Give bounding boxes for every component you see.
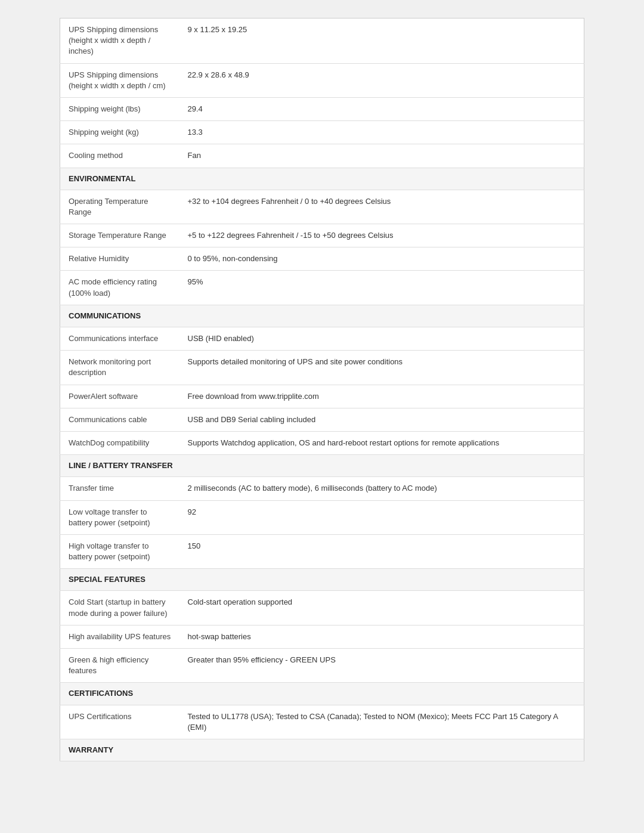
spec-table: UPS Shipping dimensions (height x width … xyxy=(60,18,584,761)
row-label: PowerAlert software xyxy=(60,385,179,408)
row-label: Relative Humidity xyxy=(60,247,179,271)
row-label: Cooling method xyxy=(60,144,179,168)
row-label: Low voltage transfer to battery power (s… xyxy=(60,500,179,534)
section-header-line-battery-transfer: LINE / BATTERY TRANSFER xyxy=(60,455,584,477)
row-label: WatchDog compatibility xyxy=(60,431,179,454)
row-value: 9 x 11.25 x 19.25 xyxy=(179,18,584,64)
row-value: 13.3 xyxy=(179,121,584,144)
row-value: 0 to 95%, non-condensing xyxy=(179,247,584,271)
row-value: Fan xyxy=(179,144,584,168)
row-label: Network monitoring port description xyxy=(60,351,179,385)
row-label: Operating Temperature Range xyxy=(60,190,179,224)
row-value: 150 xyxy=(179,534,584,568)
row-value: USB (HID enabled) xyxy=(179,327,584,351)
row-value: 29.4 xyxy=(179,97,584,120)
row-label: AC mode efficiency rating (100% load) xyxy=(60,271,179,305)
row-label: Green & high efficiency features xyxy=(60,649,179,683)
row-label: Transfer time xyxy=(60,477,179,500)
row-label: Storage Temperature Range xyxy=(60,224,179,247)
row-value: +5 to +122 degrees Fahrenheit / -15 to +… xyxy=(179,224,584,247)
row-value: hot-swap batteries xyxy=(179,625,584,648)
row-value: USB and DB9 Serial cabling included xyxy=(179,408,584,431)
section-header-warranty: WARRANTY xyxy=(60,739,584,761)
row-value: Supports detailed monitoring of UPS and … xyxy=(179,351,584,385)
section-header-certifications: CERTIFICATIONS xyxy=(60,683,584,705)
row-label: Shipping weight (kg) xyxy=(60,121,179,144)
row-value: Tested to UL1778 (USA); Tested to CSA (C… xyxy=(179,705,584,739)
row-value: 22.9 x 28.6 x 48.9 xyxy=(179,63,584,97)
row-value: Greater than 95% efficiency - GREEN UPS xyxy=(179,649,584,683)
row-label: UPS Shipping dimensions (height x width … xyxy=(60,18,179,64)
row-value: 95% xyxy=(179,271,584,305)
row-label: Cold Start (startup in battery mode duri… xyxy=(60,591,179,625)
row-label: Communications interface xyxy=(60,327,179,351)
row-label: Communications cable xyxy=(60,408,179,431)
row-label: High availability UPS features xyxy=(60,625,179,648)
row-value: Supports Watchdog application, OS and ha… xyxy=(179,431,584,454)
section-header-communications: COMMUNICATIONS xyxy=(60,305,584,327)
section-header-environmental: ENVIRONMENTAL xyxy=(60,168,584,190)
section-header-special-features: SPECIAL FEATURES xyxy=(60,569,584,591)
row-label: Shipping weight (lbs) xyxy=(60,97,179,120)
row-label: UPS Certifications xyxy=(60,705,179,739)
row-value: +32 to +104 degrees Fahrenheit / 0 to +4… xyxy=(179,190,584,224)
row-label: High voltage transfer to battery power (… xyxy=(60,534,179,568)
row-value: 92 xyxy=(179,500,584,534)
row-value: 2 milliseconds (AC to battery mode), 6 m… xyxy=(179,477,584,500)
row-value: Free download from www.tripplite.com xyxy=(179,385,584,408)
row-value: Cold-start operation supported xyxy=(179,591,584,625)
row-label: UPS Shipping dimensions (height x width … xyxy=(60,63,179,97)
